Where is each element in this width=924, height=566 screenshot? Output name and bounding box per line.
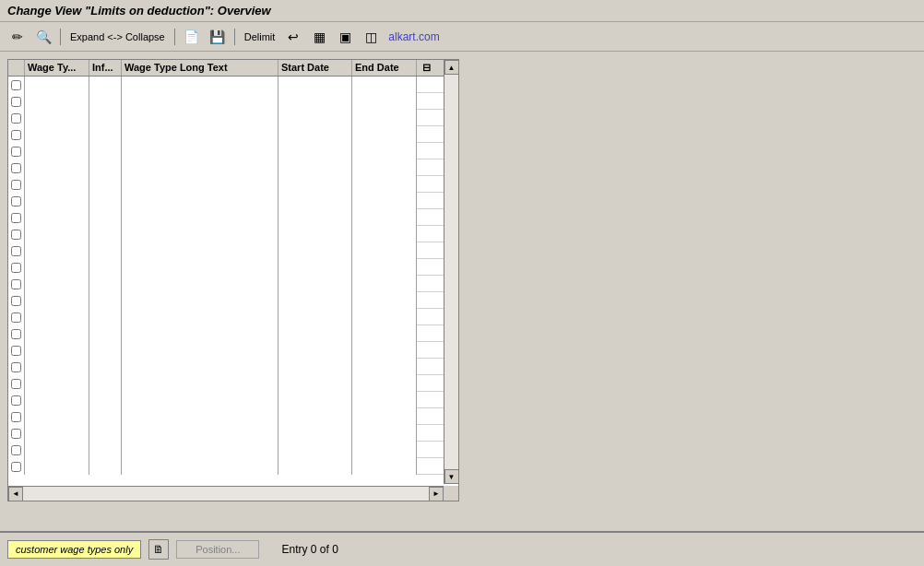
row-long-text-10	[122, 242, 278, 259]
row-inf-18	[89, 375, 122, 392]
row-check-11[interactable]	[8, 259, 25, 276]
pencil-button[interactable]: ✏	[6, 26, 30, 48]
row-long-text-15	[122, 325, 278, 342]
position-icon-button[interactable]: 🗎	[148, 539, 169, 560]
expand-collapse-button[interactable]: Expand <-> Collapse	[65, 29, 170, 45]
row-start-date-18	[278, 375, 352, 392]
row-check-2[interactable]	[8, 110, 25, 126]
row-check-17[interactable]	[8, 359, 25, 375]
row-wage-type-7	[25, 193, 89, 209]
row-check-1[interactable]	[8, 93, 25, 110]
undo-button[interactable]: ↩	[281, 26, 305, 48]
table-row[interactable]	[8, 193, 458, 209]
table-row[interactable]	[8, 143, 458, 159]
table-row[interactable]	[8, 458, 458, 475]
table-row[interactable]	[8, 276, 458, 292]
row-end-date-8	[352, 209, 417, 226]
row-check-20[interactable]	[8, 408, 25, 425]
table-row[interactable]	[8, 259, 458, 276]
row-check-22[interactable]	[8, 442, 25, 458]
row-start-date-10	[278, 242, 352, 259]
table-row[interactable]	[8, 408, 458, 425]
row-check-19[interactable]	[8, 392, 25, 408]
search-button[interactable]: 🔍	[31, 26, 55, 48]
row-end-date-11	[352, 259, 417, 276]
scroll-left-button[interactable]: ◄	[8, 487, 23, 501]
row-wage-type-19	[25, 392, 89, 408]
table-row[interactable]	[8, 110, 458, 126]
row-end-date-9	[352, 226, 417, 242]
grid-button-2[interactable]: ▣	[333, 26, 357, 48]
row-check-12[interactable]	[8, 276, 25, 292]
row-spacer-16	[417, 342, 435, 358]
table-row[interactable]	[8, 392, 458, 408]
table-row[interactable]	[8, 176, 458, 193]
table-row[interactable]	[8, 93, 458, 110]
save-button[interactable]: 💾	[206, 26, 230, 48]
row-end-date-6	[352, 176, 417, 193]
row-wage-type-22	[25, 442, 89, 458]
row-wage-type-8	[25, 209, 89, 226]
table-row[interactable]	[8, 159, 458, 176]
row-check-21[interactable]	[8, 425, 25, 442]
row-wage-type-9	[25, 226, 89, 242]
row-check-18[interactable]	[8, 375, 25, 392]
row-end-date-5	[352, 159, 417, 176]
row-start-date-6	[278, 176, 352, 193]
row-check-23[interactable]	[8, 458, 25, 475]
row-inf-4	[89, 143, 122, 159]
row-end-date-14	[352, 309, 417, 325]
main-content: Wage Ty... Inf... Wage Type Long Text St…	[0, 52, 924, 527]
row-inf-1	[89, 93, 122, 110]
row-end-date-16	[352, 342, 417, 359]
table-row[interactable]	[8, 209, 458, 226]
scroll-track-horizontal[interactable]	[23, 487, 429, 501]
table-row[interactable]	[8, 226, 458, 242]
row-wage-type-13	[25, 292, 89, 309]
row-inf-2	[89, 110, 122, 126]
row-check-4[interactable]	[8, 143, 25, 159]
row-long-text-18	[122, 375, 278, 392]
scroll-right-button[interactable]: ►	[429, 487, 444, 501]
table-row[interactable]	[8, 77, 458, 93]
grid-button-3[interactable]: ◫	[359, 26, 383, 48]
row-long-text-3	[122, 126, 278, 143]
table-row[interactable]	[8, 359, 458, 375]
scroll-up-button[interactable]: ▲	[444, 60, 459, 75]
scroll-track-vertical[interactable]	[444, 75, 459, 469]
table-row[interactable]	[8, 242, 458, 259]
customer-wage-types-button[interactable]: customer wage types only	[7, 540, 141, 559]
copy-button-1[interactable]: 📄	[180, 26, 204, 48]
col-header-settings[interactable]: ⊟	[417, 60, 435, 76]
table-row[interactable]	[8, 325, 458, 342]
row-check-7[interactable]	[8, 193, 25, 209]
table-row[interactable]	[8, 442, 458, 458]
grid-icon-2: ▣	[336, 28, 354, 46]
table-row[interactable]	[8, 292, 458, 309]
scroll-down-button[interactable]: ▼	[444, 469, 459, 484]
table-row[interactable]	[8, 425, 458, 442]
row-check-6[interactable]	[8, 176, 25, 193]
row-check-9[interactable]	[8, 226, 25, 242]
table-row[interactable]	[8, 342, 458, 359]
row-check-3[interactable]	[8, 126, 25, 143]
row-check-0[interactable]	[8, 77, 25, 93]
row-check-8[interactable]	[8, 209, 25, 226]
row-check-14[interactable]	[8, 309, 25, 325]
grid-button-1[interactable]: ▦	[307, 26, 331, 48]
row-check-15[interactable]	[8, 325, 25, 342]
position-button[interactable]: Position...	[176, 540, 259, 559]
separator-1	[60, 29, 61, 45]
data-table: Wage Ty... Inf... Wage Type Long Text St…	[7, 59, 459, 501]
row-check-13[interactable]	[8, 292, 25, 309]
row-check-16[interactable]	[8, 342, 25, 359]
row-check-5[interactable]	[8, 159, 25, 176]
row-inf-8	[89, 209, 122, 226]
table-row[interactable]	[8, 375, 458, 392]
row-check-10[interactable]	[8, 242, 25, 259]
row-end-date-18	[352, 375, 417, 392]
table-row[interactable]	[8, 309, 458, 325]
delimit-button[interactable]: Delimit	[240, 29, 280, 45]
row-wage-type-15	[25, 325, 89, 342]
table-row[interactable]	[8, 126, 458, 143]
